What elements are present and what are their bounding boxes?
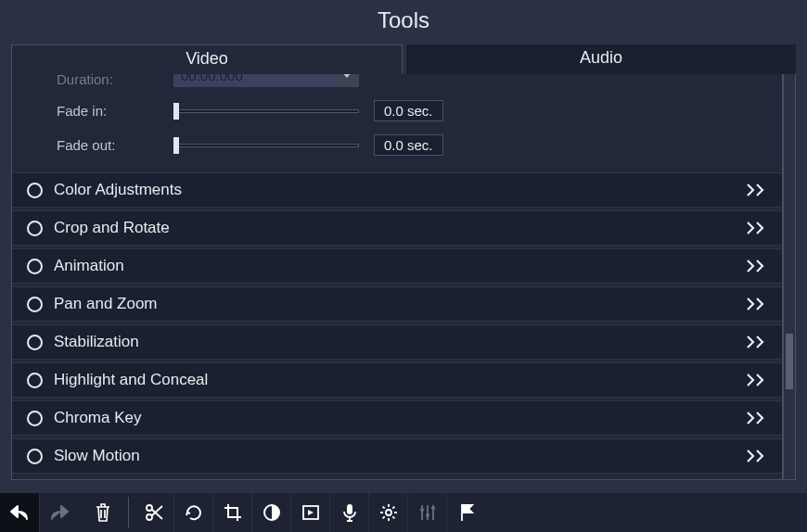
expand-icon — [747, 412, 767, 424]
scrollbar[interactable] — [783, 74, 796, 480]
crop-icon — [223, 502, 243, 523]
section-stabilization[interactable]: Stabilization — [12, 324, 782, 360]
section-chroma-key[interactable]: Chroma Key — [12, 400, 782, 436]
undo-icon — [9, 503, 30, 522]
gear-icon — [378, 502, 399, 523]
duration-value: 00:00.000 — [173, 74, 335, 83]
section-label: Stabilization — [54, 333, 747, 351]
radio-icon — [27, 221, 43, 236]
duration-label: Duration: — [57, 74, 131, 87]
flag-icon — [458, 502, 475, 523]
section-label: Highlight and Conceal — [54, 371, 747, 389]
microphone-icon — [340, 502, 359, 523]
svg-point-7 — [426, 513, 429, 517]
section-crop-and-rotate[interactable]: Crop and Rotate — [12, 210, 782, 246]
svg-point-6 — [420, 508, 424, 512]
slider-thumb-icon[interactable] — [173, 137, 179, 154]
color-button[interactable] — [251, 493, 290, 532]
crop-button[interactable] — [212, 493, 251, 532]
section-highlight-and-conceal[interactable]: Highlight and Conceal — [12, 362, 782, 398]
tools-panel: Duration: 00:00.000 Fade in: 0.0 sec. Fa… — [11, 74, 783, 480]
expand-icon — [747, 336, 767, 348]
dropdown-arrow-icon — [335, 74, 359, 87]
tab-audio[interactable]: Audio — [406, 44, 796, 74]
fade-in-slider[interactable] — [173, 103, 359, 120]
section-label: Crop and Rotate — [54, 219, 747, 237]
svg-point-8 — [431, 506, 435, 510]
expand-icon — [747, 450, 767, 462]
cut-button[interactable] — [134, 493, 173, 532]
section-label: Animation — [54, 257, 747, 275]
delete-button[interactable] — [83, 493, 122, 532]
svg-point-5 — [386, 510, 391, 515]
section-color-adjustments[interactable]: Color Adjustments — [12, 172, 782, 208]
rotate-icon — [184, 502, 204, 523]
section-label: Pan and Zoom — [54, 295, 747, 313]
svg-rect-4 — [347, 504, 352, 514]
scissors-icon — [144, 502, 164, 523]
equalizer-button[interactable] — [407, 493, 446, 532]
expand-icon — [747, 222, 767, 234]
contrast-icon — [262, 502, 282, 523]
record-button[interactable] — [329, 493, 368, 532]
fade-out-value: 0.0 sec. — [374, 134, 443, 156]
section-label: Color Adjustments — [54, 181, 747, 199]
radio-icon — [27, 335, 43, 350]
bottom-toolbar — [0, 493, 807, 532]
radio-icon — [27, 183, 43, 198]
section-list: Color Adjustments Crop and Rotate Animat… — [12, 172, 782, 474]
section-pan-and-zoom[interactable]: Pan and Zoom — [12, 286, 782, 322]
radio-icon — [27, 297, 43, 312]
section-label: Chroma Key — [54, 409, 747, 427]
marker-button[interactable] — [446, 493, 485, 532]
slider-thumb-icon[interactable] — [173, 103, 179, 120]
rotate-button[interactable] — [173, 493, 212, 532]
redo-button[interactable] — [39, 493, 78, 532]
radio-icon — [27, 449, 43, 464]
fade-in-label: Fade in: — [57, 103, 131, 119]
transition-icon — [301, 502, 321, 523]
settings-button[interactable] — [368, 493, 407, 532]
section-slow-motion[interactable]: Slow Motion — [12, 438, 782, 474]
expand-icon — [747, 260, 767, 272]
radio-icon — [27, 411, 43, 426]
radio-icon — [27, 373, 43, 388]
redo-icon — [49, 503, 70, 522]
fade-out-label: Fade out: — [57, 137, 131, 153]
duration-select[interactable]: 00:00.000 — [173, 74, 359, 87]
transition-button[interactable] — [290, 493, 329, 532]
section-animation[interactable]: Animation — [12, 248, 782, 284]
fade-out-slider[interactable] — [173, 137, 359, 154]
tab-bar: Video Audio — [0, 44, 807, 74]
tab-video[interactable]: Video — [11, 44, 403, 74]
panel-title: Tools — [0, 0, 807, 44]
scrollbar-thumb[interactable] — [786, 334, 793, 389]
fade-in-value: 0.0 sec. — [374, 100, 443, 121]
trash-icon — [94, 502, 112, 523]
equalizer-icon — [418, 502, 437, 523]
expand-icon — [747, 184, 767, 196]
undo-button[interactable] — [0, 493, 39, 532]
radio-icon — [27, 259, 43, 274]
expand-icon — [747, 374, 767, 386]
expand-icon — [747, 298, 767, 310]
section-label: Slow Motion — [54, 447, 747, 465]
